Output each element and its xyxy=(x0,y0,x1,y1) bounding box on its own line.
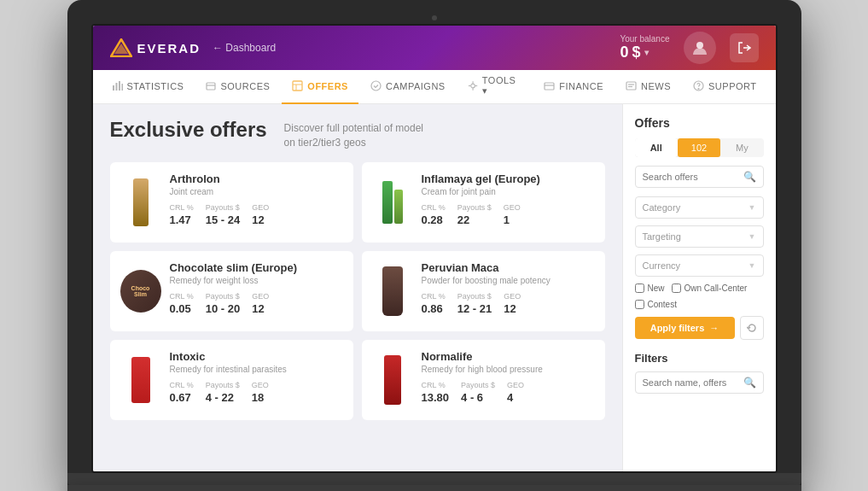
nav-label-campaigns: CAMPAIGNS xyxy=(386,81,446,91)
targeting-label: Targeting xyxy=(643,231,681,242)
offer-stats: CRL % 1.47 Payouts $ 15 - 24 GEO xyxy=(170,203,343,227)
stat-crl: CRL % 0.86 xyxy=(422,292,446,316)
nav-item-offers[interactable]: OFFERS xyxy=(282,70,358,104)
stat-payouts: Payouts $ 12 - 21 xyxy=(457,292,492,316)
svg-point-12 xyxy=(371,81,381,91)
offer-stats: CRL % 0.05 Payouts $ 10 - 20 GEO xyxy=(170,292,343,316)
logo-text: EVERAD xyxy=(137,41,201,56)
offer-info: Peruvian Maca Powder for boosting male p… xyxy=(422,261,595,316)
offers-search-box[interactable]: 🔍 xyxy=(635,166,764,188)
sidebar-filters-title: Filters xyxy=(635,352,764,365)
svg-rect-7 xyxy=(207,83,215,90)
header-right: Your balance 0 $ ▾ xyxy=(620,32,758,64)
svg-rect-20 xyxy=(626,82,636,90)
apply-filters-button[interactable]: Apply filters → xyxy=(635,317,735,339)
dashboard-link[interactable]: ← Dashboard xyxy=(213,42,276,54)
stat-payouts: Payouts $ 22 xyxy=(457,203,492,227)
checkbox-group-row2: Contest xyxy=(635,300,764,309)
nav-label-news: NEWS xyxy=(641,81,671,91)
offer-card[interactable]: Arthrolon Joint cream CRL % 1.47 Payouts… xyxy=(110,162,353,243)
offer-image-inflamaya xyxy=(372,172,413,232)
svg-rect-18 xyxy=(545,83,554,90)
checkbox-own-callcenter[interactable]: Own Call-Center xyxy=(672,283,748,293)
filters-search-box[interactable]: 🔍 xyxy=(635,371,764,394)
offer-image-normalife xyxy=(372,350,413,410)
offer-image-intoxic xyxy=(120,350,161,410)
apply-row: Apply filters → xyxy=(635,316,764,340)
offers-tab-group: All 102 My xyxy=(635,138,764,157)
stat-payouts: Payouts $ 15 - 24 xyxy=(206,203,240,227)
svg-rect-4 xyxy=(115,83,117,91)
nav-item-sources[interactable]: SOURCES xyxy=(195,70,280,104)
balance-section: Your balance 0 $ ▾ xyxy=(620,34,669,61)
offer-name: Arthrolon xyxy=(170,172,343,185)
logout-button[interactable] xyxy=(730,33,759,62)
stat-geo: GEO 4 xyxy=(507,381,524,405)
page-subtitle: Discover full potential of model on tier… xyxy=(284,118,438,150)
category-label: Category xyxy=(643,202,681,213)
offers-sidebar: Offers All 102 My 🔍 Category ▼ xyxy=(622,104,776,471)
category-filter[interactable]: Category ▼ xyxy=(635,196,764,219)
nav-item-statistics[interactable]: STATISTICS xyxy=(102,70,195,104)
svg-point-2 xyxy=(696,42,703,49)
page-title: Exclusive offers xyxy=(110,118,267,142)
offer-card[interactable]: Normalife Remedy for high blood pressure… xyxy=(362,340,605,420)
svg-rect-3 xyxy=(113,85,114,91)
nav-item-support[interactable]: SUPPORT xyxy=(683,70,766,104)
currency-filter[interactable]: Currency ▼ xyxy=(635,254,764,277)
nav-label-support: SUPPORT xyxy=(708,81,756,91)
balance-dropdown-icon[interactable]: ▾ xyxy=(644,48,649,57)
stat-geo: GEO 18 xyxy=(252,381,269,405)
checkbox-new[interactable]: New xyxy=(635,283,665,293)
stat-geo: GEO 12 xyxy=(252,292,269,316)
nav-item-finance[interactable]: FINANCE xyxy=(533,70,614,104)
nav-label-offers: OFFERS xyxy=(307,81,348,91)
chevron-down-icon: ▼ xyxy=(749,232,756,241)
nav-item-news[interactable]: NEWS xyxy=(615,70,681,104)
nav-item-campaigns[interactable]: CAMPAIGNS xyxy=(360,70,456,104)
offer-desc: Remedy for weight loss xyxy=(170,276,343,285)
offer-card[interactable]: Peruvian Maca Powder for boosting male p… xyxy=(362,251,605,331)
offer-card[interactable]: Intoxic Remedy for intestinal parasites … xyxy=(110,340,353,420)
offers-search-input[interactable] xyxy=(643,172,738,182)
offer-desc: Remedy for high blood pressure xyxy=(422,365,595,374)
offer-stats: CRL % 0.28 Payouts $ 22 GEO xyxy=(422,203,595,227)
navigation: STATISTICS SOURCES OFFERS CAMPAIG xyxy=(93,70,776,104)
filters-search-input[interactable] xyxy=(643,377,738,388)
balance-label: Your balance xyxy=(620,34,669,44)
tab-all[interactable]: All xyxy=(635,138,678,157)
offer-info: Inflamaya gel (Europe) Cream for joint p… xyxy=(422,172,595,227)
offer-card[interactable]: ChocoSlim Chocolate slim (Europe) Remedy… xyxy=(110,251,353,331)
offer-card[interactable]: Inflamaya gel (Europe) Cream for joint p… xyxy=(362,162,605,243)
reset-filters-button[interactable] xyxy=(740,316,764,340)
offer-name: Intoxic xyxy=(170,350,343,363)
chevron-down-icon: ▼ xyxy=(749,203,756,212)
offer-desc: Cream for joint pain xyxy=(422,187,595,196)
stat-geo: GEO 12 xyxy=(504,292,521,316)
checkbox-contest[interactable]: Contest xyxy=(635,300,677,309)
offer-stats: CRL % 13.80 Payouts $ 4 - 6 GEO xyxy=(422,381,595,405)
nav-label-sources: SOURCES xyxy=(220,81,270,91)
svg-rect-6 xyxy=(121,84,123,91)
nav-label-statistics: STATISTICS xyxy=(127,81,184,91)
nav-item-tools[interactable]: TOOLS ▾ xyxy=(457,70,533,104)
svg-point-24 xyxy=(698,89,699,90)
logo: EVERAD xyxy=(110,38,201,57)
targeting-filter[interactable]: Targeting ▼ xyxy=(635,225,764,248)
checkbox-group-row1: New Own Call-Center xyxy=(635,283,764,293)
stat-payouts: Payouts $ 10 - 20 xyxy=(206,292,240,316)
offer-name: Peruvian Maca xyxy=(422,261,595,274)
tab-my[interactable]: My xyxy=(720,138,763,157)
offer-desc: Powder for boosting male potency xyxy=(422,276,595,285)
search-icon: 🔍 xyxy=(743,171,756,183)
offer-name: Inflamaya gel (Europe) xyxy=(422,172,595,185)
offer-info: Normalife Remedy for high blood pressure… xyxy=(422,350,595,405)
tab-new[interactable]: 102 xyxy=(678,138,720,157)
offer-desc: Joint cream xyxy=(170,187,343,196)
offer-info: Chocolate slim (Europe) Remedy for weigh… xyxy=(170,261,343,316)
avatar-button[interactable] xyxy=(684,32,716,64)
offer-desc: Remedy for intestinal parasites xyxy=(170,365,343,374)
offers-grid: Arthrolon Joint cream CRL % 1.47 Payouts… xyxy=(110,162,605,420)
svg-point-13 xyxy=(470,84,475,88)
stat-crl: CRL % 13.80 xyxy=(422,381,450,405)
